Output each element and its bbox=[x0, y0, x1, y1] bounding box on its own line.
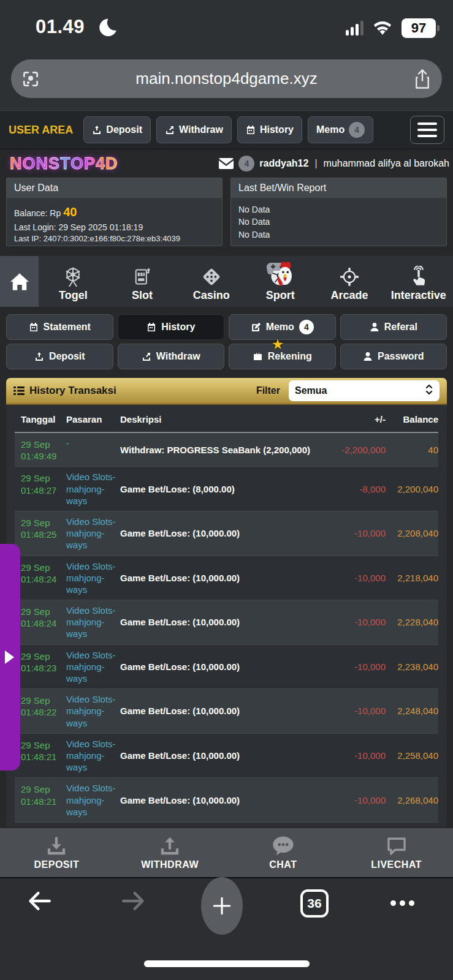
nav-livechat[interactable]: LIVECHAT bbox=[340, 828, 453, 877]
row-balance: 2,200,040 bbox=[386, 483, 438, 495]
withdraw-icon bbox=[165, 125, 175, 135]
row-description: Game Bet/Lose: (10,000.00) bbox=[120, 572, 319, 584]
row-amount: -10,000 bbox=[319, 750, 386, 761]
ferris-wheel-icon bbox=[64, 265, 82, 287]
statement-button[interactable]: Statement bbox=[6, 314, 113, 340]
soccer-ball-icon bbox=[270, 265, 291, 287]
report-line: No Data bbox=[238, 216, 439, 228]
table-row: 29 Sep01:48:24 Video Slots-mahjong-ways … bbox=[15, 600, 438, 644]
calendar-icon bbox=[29, 322, 39, 332]
report-line: No Data bbox=[238, 203, 439, 216]
livechat-bubble-icon bbox=[386, 835, 407, 856]
url-text[interactable]: main.nonstop4dgame.xyz bbox=[50, 69, 403, 88]
row-balance: 40 bbox=[386, 444, 438, 456]
row-pasaran: Video Slots-mahjong-ways bbox=[66, 471, 120, 507]
tab-togel[interactable]: Togel bbox=[39, 256, 108, 307]
row-amount: -8,000 bbox=[319, 483, 386, 495]
row-amount: -10,000 bbox=[319, 572, 386, 584]
row-pasaran: Video Slots-mahjong-ways bbox=[66, 782, 120, 818]
scan-icon[interactable] bbox=[11, 69, 50, 89]
deposit-button[interactable]: Deposit bbox=[83, 116, 151, 143]
deposit-icon bbox=[34, 352, 44, 361]
list-icon bbox=[13, 386, 25, 396]
deposit-button-grid[interactable]: Deposit bbox=[6, 344, 113, 369]
row-pasaran: Video Slots-mahjong-ways bbox=[66, 738, 120, 774]
filter-select[interactable]: Semua bbox=[289, 380, 440, 401]
row-date: 29 Sep01:49:49 bbox=[15, 437, 66, 462]
tab-home[interactable] bbox=[0, 256, 39, 307]
status-bar: 01.49 97 bbox=[0, 0, 453, 52]
address-bar[interactable]: main.nonstop4dgame.xyz bbox=[11, 59, 442, 98]
row-amount: -2,200,000 bbox=[319, 444, 386, 456]
row-amount: -10,000 bbox=[319, 794, 386, 806]
dice-icon bbox=[202, 265, 221, 287]
clock: 01.49 bbox=[36, 16, 85, 38]
user-area-title: USER AREA bbox=[9, 124, 73, 137]
share-icon[interactable] bbox=[403, 69, 442, 89]
withdraw-button-grid[interactable]: Withdraw bbox=[118, 344, 225, 369]
site-bottom-nav: DEPOSIT WITHDRAW CHAT LIVECHAT bbox=[0, 828, 453, 877]
row-balance: 2,258,040 bbox=[386, 750, 438, 761]
mail-icon[interactable] bbox=[219, 158, 234, 169]
tabs-button[interactable]: 36 bbox=[300, 889, 329, 918]
history-button-active[interactable]: History bbox=[118, 314, 225, 340]
row-balance: 2,268,040 bbox=[386, 794, 438, 806]
row-date: 29 Sep01:48:25 bbox=[15, 516, 66, 540]
referal-button[interactable]: Referal bbox=[340, 314, 447, 340]
back-button[interactable] bbox=[22, 889, 59, 913]
memo-button-grid[interactable]: Memo 4 bbox=[229, 314, 336, 340]
row-amount: -10,000 bbox=[319, 661, 386, 673]
expand-arrow-icon bbox=[5, 650, 14, 664]
history-panel-title: History Transaksi bbox=[29, 385, 116, 397]
history-button[interactable]: History bbox=[237, 116, 302, 143]
row-pasaran: Video Slots-mahjong-ways bbox=[66, 693, 120, 729]
tab-sport[interactable]: Sport bbox=[246, 256, 315, 307]
phone-screen: 01.49 97 main.nonstop4dgame.xyz bbox=[0, 0, 453, 980]
row-description: Game Bet/Lose: (10,000.00) bbox=[120, 705, 319, 717]
filter-label: Filter bbox=[256, 385, 280, 396]
withdraw-button[interactable]: Withdraw bbox=[156, 116, 232, 143]
new-tab-button[interactable] bbox=[201, 877, 243, 935]
tap-hand-icon bbox=[410, 265, 427, 287]
row-pasaran: - bbox=[66, 437, 120, 449]
row-date: 29 Sep01:48:27 bbox=[15, 471, 66, 496]
rekening-button[interactable]: ★ Rekening bbox=[229, 344, 336, 369]
nav-deposit[interactable]: DEPOSIT bbox=[0, 828, 113, 877]
side-drawer-handle[interactable] bbox=[0, 544, 20, 771]
star-icon: ★ bbox=[272, 337, 283, 352]
more-options-button[interactable] bbox=[384, 900, 421, 906]
row-description: Game Bet/Lose: (10,000.00) bbox=[120, 794, 319, 806]
row-balance: 2,208,040 bbox=[386, 527, 438, 539]
tab-casino[interactable]: Sport Casino bbox=[177, 256, 246, 307]
site-logo[interactable]: NONSTOP4D bbox=[10, 154, 118, 173]
crosshair-icon bbox=[340, 265, 359, 287]
row-pasaran: Video Slots-mahjong-ways bbox=[66, 560, 120, 596]
battery-icon: 97 bbox=[402, 18, 436, 38]
forward-button[interactable] bbox=[114, 889, 151, 913]
tab-interactive[interactable]: Interactive bbox=[384, 256, 453, 307]
tab-slot[interactable]: Slot bbox=[108, 256, 177, 307]
last-login-line: Last Login: 29 Sep 2025 01:18:19 bbox=[14, 221, 215, 233]
deposit-icon bbox=[92, 125, 102, 135]
home-indicator[interactable] bbox=[144, 960, 310, 967]
password-button[interactable]: Password bbox=[340, 344, 447, 369]
hamburger-menu-icon[interactable] bbox=[410, 116, 444, 144]
home-icon bbox=[10, 273, 29, 290]
user-data-panel: User Data Balance: Rp 40 Last Login: 29 … bbox=[6, 178, 223, 246]
withdraw-icon bbox=[142, 352, 151, 361]
nav-chat[interactable]: CHAT bbox=[227, 828, 340, 877]
memo-button[interactable]: Memo 4 bbox=[308, 116, 373, 143]
row-description: Game Bet/Lose: (10,000.00) bbox=[120, 661, 319, 673]
wifi-icon bbox=[372, 20, 393, 36]
last-report-title: Last Bet/Win Report bbox=[231, 178, 446, 198]
signal-icon bbox=[346, 21, 364, 36]
nav-withdraw[interactable]: WITHDRAW bbox=[113, 828, 227, 877]
calendar-icon bbox=[147, 322, 156, 332]
tab-arcade[interactable]: Arcade bbox=[315, 256, 384, 307]
table-row: 29 Sep Video Slots-mahjong-ways bbox=[15, 822, 438, 827]
memo-count-badge: 4 bbox=[299, 320, 314, 334]
row-amount: -10,000 bbox=[319, 527, 386, 539]
user-data-title: User Data bbox=[7, 178, 222, 198]
row-balance: 2,218,040 bbox=[386, 572, 438, 584]
row-description: Withdraw: PROGRESS SeaBank (2,200,000) bbox=[120, 444, 319, 456]
